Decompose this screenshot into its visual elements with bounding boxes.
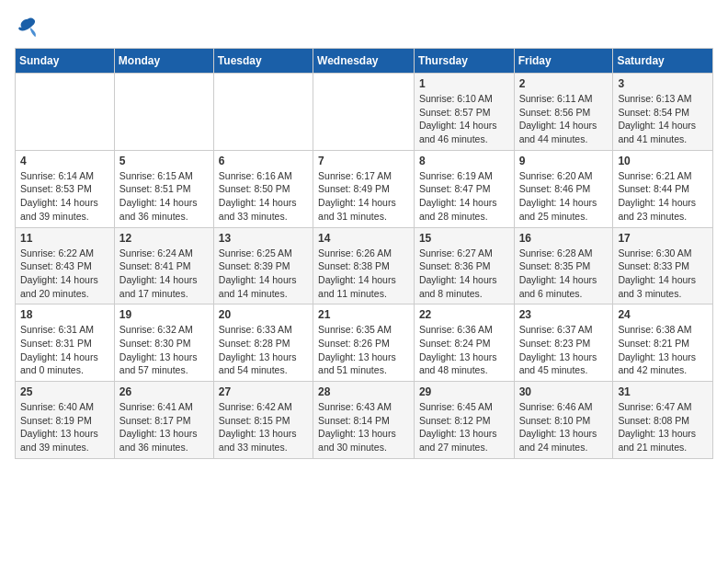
day-number: 21: [318, 308, 409, 321]
calendar-cell: 20Sunrise: 6:33 AM Sunset: 8:28 PM Dayli…: [213, 304, 313, 382]
calendar-cell: 5Sunrise: 6:15 AM Sunset: 8:51 PM Daylig…: [114, 150, 213, 227]
day-number: 5: [119, 155, 209, 167]
calendar-cell: 28Sunrise: 6:43 AM Sunset: 8:14 PM Dayli…: [313, 382, 415, 459]
day-info: Sunrise: 6:31 AM Sunset: 8:31 PM Dayligh…: [20, 323, 109, 377]
day-info: Sunrise: 6:33 AM Sunset: 8:28 PM Dayligh…: [219, 323, 308, 377]
day-number: 10: [618, 155, 708, 167]
calendar-cell: 11Sunrise: 6:22 AM Sunset: 8:43 PM Dayli…: [16, 227, 115, 304]
day-info: Sunrise: 6:45 AM Sunset: 8:12 PM Dayligh…: [419, 400, 509, 454]
calendar-cell: 31Sunrise: 6:47 AM Sunset: 8:08 PM Dayli…: [613, 382, 713, 459]
day-info: Sunrise: 6:10 AM Sunset: 8:57 PM Dayligh…: [419, 92, 509, 146]
calendar-header-row: SundayMondayTuesdayWednesdayThursdayFrid…: [16, 49, 713, 74]
calendar-week-row: 1Sunrise: 6:10 AM Sunset: 8:57 PM Daylig…: [16, 74, 713, 151]
day-number: 2: [519, 77, 609, 90]
day-number: 11: [20, 232, 109, 245]
calendar-cell: 2Sunrise: 6:11 AM Sunset: 8:56 PM Daylig…: [514, 74, 613, 151]
day-info: Sunrise: 6:20 AM Sunset: 8:46 PM Dayligh…: [519, 169, 609, 224]
calendar-cell: 14Sunrise: 6:26 AM Sunset: 8:38 PM Dayli…: [313, 227, 415, 304]
day-number: 24: [618, 308, 708, 321]
day-number: 3: [618, 77, 708, 90]
day-info: Sunrise: 6:26 AM Sunset: 8:38 PM Dayligh…: [318, 247, 409, 301]
calendar-cell: 9Sunrise: 6:20 AM Sunset: 8:46 PM Daylig…: [514, 150, 613, 227]
calendar-header-friday: Friday: [514, 49, 613, 74]
day-number: 12: [119, 232, 209, 245]
calendar-cell: 6Sunrise: 6:16 AM Sunset: 8:50 PM Daylig…: [213, 150, 313, 227]
day-info: Sunrise: 6:11 AM Sunset: 8:56 PM Dayligh…: [519, 92, 609, 146]
calendar-cell: 27Sunrise: 6:42 AM Sunset: 8:15 PM Dayli…: [213, 382, 313, 459]
day-number: 23: [519, 308, 609, 321]
day-info: Sunrise: 6:30 AM Sunset: 8:33 PM Dayligh…: [618, 247, 708, 301]
day-info: Sunrise: 6:15 AM Sunset: 8:51 PM Dayligh…: [119, 169, 209, 224]
calendar-header-sunday: Sunday: [16, 49, 115, 74]
calendar-cell: 24Sunrise: 6:38 AM Sunset: 8:21 PM Dayli…: [613, 304, 713, 382]
calendar-cell: 10Sunrise: 6:21 AM Sunset: 8:44 PM Dayli…: [613, 150, 713, 227]
calendar-cell: 8Sunrise: 6:19 AM Sunset: 8:47 PM Daylig…: [414, 150, 514, 227]
calendar-cell: 4Sunrise: 6:14 AM Sunset: 8:53 PM Daylig…: [16, 150, 115, 227]
day-number: 15: [419, 232, 509, 245]
calendar-cell: [213, 74, 313, 151]
day-info: Sunrise: 6:36 AM Sunset: 8:24 PM Dayligh…: [419, 323, 509, 377]
day-info: Sunrise: 6:13 AM Sunset: 8:54 PM Dayligh…: [618, 92, 708, 146]
calendar-cell: 25Sunrise: 6:40 AM Sunset: 8:19 PM Dayli…: [16, 382, 115, 459]
day-info: Sunrise: 6:46 AM Sunset: 8:10 PM Dayligh…: [519, 400, 609, 454]
day-info: Sunrise: 6:22 AM Sunset: 8:43 PM Dayligh…: [20, 247, 109, 301]
day-info: Sunrise: 6:19 AM Sunset: 8:47 PM Dayligh…: [419, 169, 509, 224]
day-number: 8: [419, 155, 509, 167]
day-info: Sunrise: 6:21 AM Sunset: 8:44 PM Dayligh…: [618, 169, 708, 224]
logo: [15, 15, 44, 40]
calendar-header-wednesday: Wednesday: [313, 49, 415, 74]
day-info: Sunrise: 6:27 AM Sunset: 8:36 PM Dayligh…: [419, 247, 509, 301]
calendar-cell: 16Sunrise: 6:28 AM Sunset: 8:35 PM Dayli…: [514, 227, 613, 304]
day-number: 6: [219, 155, 308, 167]
calendar-cell: [114, 74, 213, 151]
calendar-week-row: 4Sunrise: 6:14 AM Sunset: 8:53 PM Daylig…: [16, 150, 713, 227]
calendar-cell: 23Sunrise: 6:37 AM Sunset: 8:23 PM Dayli…: [514, 304, 613, 382]
calendar-cell: 26Sunrise: 6:41 AM Sunset: 8:17 PM Dayli…: [114, 382, 213, 459]
day-number: 31: [618, 385, 708, 398]
day-number: 7: [318, 155, 409, 167]
calendar-week-row: 18Sunrise: 6:31 AM Sunset: 8:31 PM Dayli…: [16, 304, 713, 382]
day-info: Sunrise: 6:43 AM Sunset: 8:14 PM Dayligh…: [318, 400, 409, 454]
day-info: Sunrise: 6:25 AM Sunset: 8:39 PM Dayligh…: [219, 247, 308, 301]
day-info: Sunrise: 6:14 AM Sunset: 8:53 PM Dayligh…: [20, 169, 109, 224]
day-number: 16: [519, 232, 609, 245]
day-number: 26: [119, 385, 209, 398]
calendar-cell: 21Sunrise: 6:35 AM Sunset: 8:26 PM Dayli…: [313, 304, 415, 382]
calendar-cell: 17Sunrise: 6:30 AM Sunset: 8:33 PM Dayli…: [613, 227, 713, 304]
day-number: 28: [318, 385, 409, 398]
header: [15, 15, 713, 40]
day-info: Sunrise: 6:38 AM Sunset: 8:21 PM Dayligh…: [618, 323, 708, 377]
calendar-cell: [313, 74, 415, 151]
calendar-header-monday: Monday: [114, 49, 213, 74]
day-number: 20: [219, 308, 308, 321]
day-info: Sunrise: 6:28 AM Sunset: 8:35 PM Dayligh…: [519, 247, 609, 301]
calendar-cell: 18Sunrise: 6:31 AM Sunset: 8:31 PM Dayli…: [16, 304, 115, 382]
day-number: 30: [519, 385, 609, 398]
day-info: Sunrise: 6:17 AM Sunset: 8:49 PM Dayligh…: [318, 169, 409, 224]
calendar-header-tuesday: Tuesday: [213, 49, 313, 74]
calendar-header-thursday: Thursday: [414, 49, 514, 74]
calendar-cell: 29Sunrise: 6:45 AM Sunset: 8:12 PM Dayli…: [414, 382, 514, 459]
day-number: 14: [318, 232, 409, 245]
calendar-cell: 15Sunrise: 6:27 AM Sunset: 8:36 PM Dayli…: [414, 227, 514, 304]
calendar-week-row: 25Sunrise: 6:40 AM Sunset: 8:19 PM Dayli…: [16, 382, 713, 459]
calendar-table: SundayMondayTuesdayWednesdayThursdayFrid…: [15, 48, 713, 459]
day-number: 22: [419, 308, 509, 321]
day-number: 1: [419, 77, 509, 90]
calendar-cell: 3Sunrise: 6:13 AM Sunset: 8:54 PM Daylig…: [613, 74, 713, 151]
calendar-cell: 30Sunrise: 6:46 AM Sunset: 8:10 PM Dayli…: [514, 382, 613, 459]
day-info: Sunrise: 6:24 AM Sunset: 8:41 PM Dayligh…: [119, 247, 209, 301]
calendar-week-row: 11Sunrise: 6:22 AM Sunset: 8:43 PM Dayli…: [16, 227, 713, 304]
day-info: Sunrise: 6:32 AM Sunset: 8:30 PM Dayligh…: [119, 323, 209, 377]
day-info: Sunrise: 6:37 AM Sunset: 8:23 PM Dayligh…: [519, 323, 609, 377]
day-number: 13: [219, 232, 308, 245]
day-number: 19: [119, 308, 209, 321]
logo-icon: [15, 15, 40, 40]
calendar-cell: 7Sunrise: 6:17 AM Sunset: 8:49 PM Daylig…: [313, 150, 415, 227]
day-info: Sunrise: 6:41 AM Sunset: 8:17 PM Dayligh…: [119, 400, 209, 454]
day-info: Sunrise: 6:47 AM Sunset: 8:08 PM Dayligh…: [618, 400, 708, 454]
day-info: Sunrise: 6:40 AM Sunset: 8:19 PM Dayligh…: [20, 400, 109, 454]
day-number: 9: [519, 155, 609, 167]
day-number: 29: [419, 385, 509, 398]
day-info: Sunrise: 6:42 AM Sunset: 8:15 PM Dayligh…: [219, 400, 308, 454]
